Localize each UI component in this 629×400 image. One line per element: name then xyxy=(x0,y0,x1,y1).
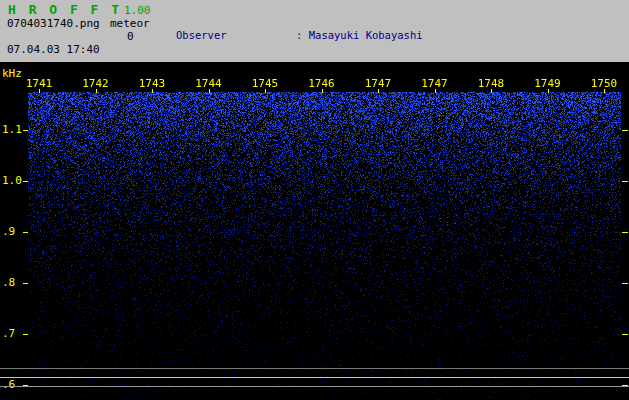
x-axis-tick-mark xyxy=(548,89,549,93)
baseline-line-upper xyxy=(0,368,629,369)
x-axis-tick-mark xyxy=(491,89,492,93)
x-axis-tick-mark xyxy=(604,89,605,93)
meteor-counter-value: 0 xyxy=(127,30,134,43)
observer-info-line: Observer : Masayuki Kobayashi xyxy=(176,29,606,42)
y-axis-tick-mark-left xyxy=(23,181,28,182)
y-axis-tick-label: .6 xyxy=(2,379,15,391)
y-axis-tick-label: .9 xyxy=(2,226,15,238)
y-axis-tick-mark-left xyxy=(23,232,28,233)
spectrogram-area: kHz 174117421743174417451746174717471748… xyxy=(0,62,629,400)
y-axis-tick-mark-right xyxy=(622,334,628,335)
y-axis-tick-mark-right xyxy=(622,232,628,233)
x-axis-tick-mark xyxy=(209,89,210,93)
y-axis-tick-mark-right xyxy=(622,130,628,131)
x-axis-tick-mark xyxy=(152,89,153,93)
meteor-counter-label: meteor xyxy=(110,17,150,30)
x-axis-tick-mark xyxy=(265,89,266,93)
y-axis-tick-label: 1.1 xyxy=(2,124,22,136)
y-axis-tick-label: .7 xyxy=(2,328,15,340)
y-axis-tick-label: 1.0 xyxy=(2,175,22,187)
header-bar: H R O F F T 1.00 0704031740.png meteor 0… xyxy=(0,0,629,62)
x-axis-tick-mark xyxy=(378,89,379,93)
y-axis-tick-mark-left xyxy=(23,130,28,131)
spectrogram-canvas xyxy=(28,92,621,400)
app-title: H R O F F T xyxy=(8,2,122,17)
y-axis-tick-mark-right xyxy=(622,283,628,284)
baseline-line-middle xyxy=(0,377,629,378)
x-axis-tick-mark xyxy=(322,89,323,93)
y-axis-tick-mark-left xyxy=(23,334,28,335)
x-axis-tick-mark xyxy=(435,89,436,93)
y-axis-tick-mark-left xyxy=(23,283,28,284)
baseline-line-lower xyxy=(0,386,629,387)
app-version-label: 1.00 xyxy=(124,4,151,17)
observation-timestamp: 07.04.03 17:40 xyxy=(7,43,100,56)
y-axis-tick-mark-right xyxy=(622,181,628,182)
x-axis-tick-mark xyxy=(96,89,97,93)
y-axis-tick-label: .8 xyxy=(2,277,15,289)
y-axis-unit-label: kHz xyxy=(2,67,22,80)
output-filename-label: 0704031740.png xyxy=(7,17,100,30)
x-axis-tick-mark xyxy=(39,89,40,93)
